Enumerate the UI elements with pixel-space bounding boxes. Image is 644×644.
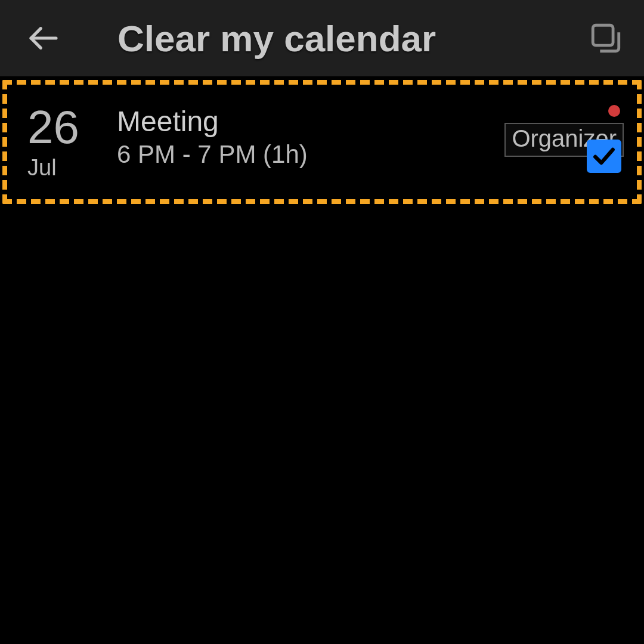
event-day: 26 [27, 104, 117, 150]
event-title: Meeting [117, 105, 308, 138]
select-all-button[interactable] [584, 17, 627, 60]
event-time: 6 PM - 7 PM (1h) [117, 140, 308, 169]
event-month: Jul [27, 155, 117, 181]
event-info: Meeting 6 PM - 7 PM (1h) [117, 104, 308, 169]
event-checkbox[interactable] [587, 140, 621, 173]
svg-rect-1 [593, 25, 613, 45]
back-arrow-icon [27, 21, 60, 55]
check-icon [591, 143, 617, 169]
page-title: Clear my calendar [117, 17, 436, 60]
app-bar: Clear my calendar [0, 0, 644, 76]
event-date: 26 Jul [27, 104, 117, 181]
event-row[interactable]: 26 Jul Meeting 6 PM - 7 PM (1h) Organize… [0, 97, 644, 192]
status-dot-icon [608, 105, 620, 117]
back-button[interactable] [24, 19, 63, 58]
copy-icon [589, 21, 623, 55]
